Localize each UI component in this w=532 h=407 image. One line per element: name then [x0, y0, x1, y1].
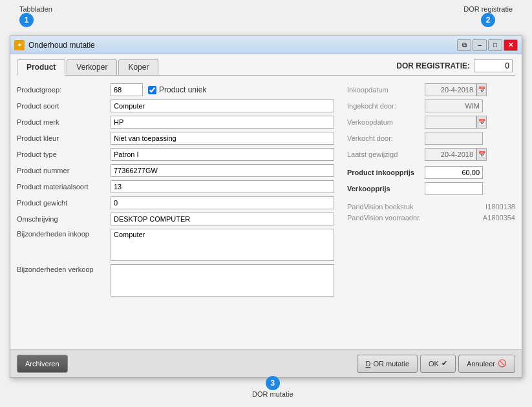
verkoopprijs-label: Verkoopprijs — [347, 185, 425, 193]
ingekocht-door-row: Ingekocht door: — [347, 99, 515, 112]
productgroep-input[interactable] — [111, 83, 143, 96]
dor-registratie-label: DOR REGISTRATIE: — [396, 61, 470, 70]
titlebar: ✦ Onderhoud mutatie ⧉ – □ ✕ — [10, 36, 522, 54]
window-icon: ✦ — [14, 40, 25, 50]
inkoopprijs-input[interactable] — [425, 166, 483, 179]
productgroep-row: Productgroep: Product uniek — [17, 83, 334, 96]
tab-bar: Product Verkoper Koper — [17, 59, 158, 75]
titlebar-buttons: ⧉ – □ ✕ — [457, 39, 518, 51]
verkocht-door-label: Verkocht door: — [347, 134, 425, 142]
annotation-circle-2: 2 — [481, 13, 495, 27]
minimize-button[interactable]: – — [473, 39, 487, 51]
product-uniek-checkbox[interactable] — [148, 86, 156, 94]
pandvision-voorraadnr-row: PandVision voorraadnr. A1800354 — [347, 214, 515, 222]
inkoopdatum-input[interactable] — [425, 83, 476, 96]
laatst-gewijzigd-row: Laatst gewijzigd 📅 — [347, 148, 515, 161]
dor-registratie-ann-label: DOR registratie — [463, 5, 513, 13]
maximize-button[interactable]: □ — [488, 39, 502, 51]
annotation-circle-3: 3 — [266, 376, 280, 390]
productnummer-input[interactable] — [111, 164, 334, 177]
ok-checkmark: ✔ — [442, 359, 447, 368]
annuleer-label: Annuleer — [467, 360, 495, 368]
productgewicht-row: Product gewicht — [17, 196, 334, 209]
dor-mutatie-annotation: 3 DOR mutatie — [252, 376, 293, 398]
productmateriaal-input[interactable] — [111, 180, 334, 193]
omschrijving-row: Omschrijving — [17, 213, 334, 225]
productkleur-input[interactable] — [111, 132, 334, 145]
tab-koper[interactable]: Koper — [118, 59, 158, 75]
productnummer-label: Product nummer — [17, 167, 111, 174]
annotation-circle-1: 1 — [19, 13, 34, 27]
verkoopprijs-input[interactable] — [425, 182, 483, 195]
inkoopprijs-row: Product inkoopprijs — [347, 166, 515, 179]
form-right: Inkoopdatum 📅 Ingekocht door: Verkoopdat… — [347, 83, 515, 300]
verkoopdatum-input[interactable] — [425, 116, 476, 129]
bijzonderheden-inkoop-textarea[interactable]: Computer — [111, 229, 334, 261]
inkoopdatum-cal-button[interactable]: 📅 — [476, 83, 487, 96]
form-left: Productgroep: Product uniek Product soor… — [17, 83, 334, 300]
archiveren-button[interactable]: Archiveren — [17, 355, 68, 373]
product-uniek-area: Product uniek — [148, 85, 206, 94]
pandvision-boekstuk-label: PandVision boekstuk — [347, 203, 425, 211]
productsoort-row: Product soort — [17, 99, 334, 112]
bijzonderheden-verkoop-row: Bijzonderheden verkoop — [17, 264, 334, 297]
pandvision-boekstuk-value: I1800138 — [425, 203, 515, 211]
omschrijving-input[interactable] — [111, 213, 334, 225]
bijzonderheden-verkoop-textarea[interactable] — [111, 264, 334, 297]
laatst-gewijzigd-input[interactable] — [425, 148, 476, 161]
ingekocht-door-input[interactable] — [425, 99, 483, 112]
inkoopdatum-label: Inkoopdatum — [347, 86, 425, 94]
product-uniek-label: Product uniek — [159, 85, 206, 94]
producttype-row: Product type — [17, 148, 334, 161]
ok-label: OK — [429, 360, 439, 368]
productmerk-input[interactable] — [111, 116, 334, 129]
verkocht-door-input[interactable] — [425, 132, 483, 145]
restore-button[interactable]: ⧉ — [457, 39, 471, 51]
productsoort-input[interactable] — [111, 99, 334, 112]
inkoopprijs-label: Product inkoopprijs — [347, 169, 425, 176]
ok-button[interactable]: OK ✔ — [420, 355, 456, 373]
productmateriaal-row: Product materiaalsoort — [17, 180, 334, 193]
productnummer-row: Product nummer — [17, 164, 334, 177]
action-buttons: DOR mutatie OK ✔ Annuleer 🚫 — [357, 355, 515, 373]
annuleer-icon: 🚫 — [498, 359, 507, 368]
dor-mutatie-underline-d: D — [365, 360, 370, 368]
dor-mutatie-button[interactable]: DOR mutatie — [357, 355, 418, 373]
pandvision-voorraadnr-value: A1800354 — [425, 214, 515, 222]
annuleer-button[interactable]: Annuleer 🚫 — [458, 355, 515, 373]
close-button[interactable]: ✕ — [504, 39, 518, 51]
dor-mutatie-ann-label: DOR mutatie — [252, 390, 293, 398]
dor-registratie-annotation: DOR registratie 2 — [463, 5, 513, 27]
dor-mutatie-rest: OR mutatie — [373, 360, 409, 368]
productmerk-row: Product merk — [17, 116, 334, 129]
tabbladen-label: Tabbladen — [19, 5, 52, 13]
dor-registratie-header: DOR REGISTRATIE: — [396, 59, 515, 75]
tabbladen-annotation: Tabbladen 1 — [19, 5, 52, 27]
productgroep-label: Productgroep: — [17, 86, 111, 94]
productkleur-label: Product kleur — [17, 134, 111, 142]
laatst-gewijzigd-cal-button[interactable]: 📅 — [476, 148, 487, 161]
productgewicht-input[interactable] — [111, 196, 334, 209]
productgewicht-label: Product gewicht — [17, 199, 111, 207]
bijzonderheden-verkoop-label: Bijzonderheden verkoop — [17, 264, 111, 273]
dor-registratie-input[interactable] — [474, 59, 513, 72]
tab-product[interactable]: Product — [17, 59, 65, 76]
verkoopdatum-cal-button[interactable]: 📅 — [476, 116, 487, 129]
tab-verkoper[interactable]: Verkoper — [67, 59, 117, 75]
verkoopdatum-label: Verkoopdatum — [347, 118, 425, 126]
bijzonderheden-inkoop-label: Bijzonderheden inkoop — [17, 229, 111, 238]
productmerk-label: Product merk — [17, 118, 111, 126]
pandvision-boekstuk-row: PandVision boekstuk I1800138 — [347, 203, 515, 211]
productsoort-label: Product soort — [17, 102, 111, 110]
productmateriaal-label: Product materiaalsoort — [17, 183, 111, 191]
inkoopdatum-row: Inkoopdatum 📅 — [347, 83, 515, 96]
verkoopprijs-row: Verkoopprijs — [347, 182, 515, 195]
verkoopdatum-row: Verkoopdatum 📅 — [347, 116, 515, 129]
laatst-gewijzigd-label: Laatst gewijzigd — [347, 151, 425, 158]
window-content: Product Verkoper Koper DOR REGISTRATIE: … — [10, 54, 522, 349]
producttype-input[interactable] — [111, 148, 334, 161]
main-window: ✦ Onderhoud mutatie ⧉ – □ ✕ Product Verk… — [10, 36, 522, 378]
omschrijving-label: Omschrijving — [17, 215, 111, 223]
ingekocht-door-label: Ingekocht door: — [347, 102, 425, 110]
window-title: Onderhoud mutatie — [28, 41, 457, 50]
